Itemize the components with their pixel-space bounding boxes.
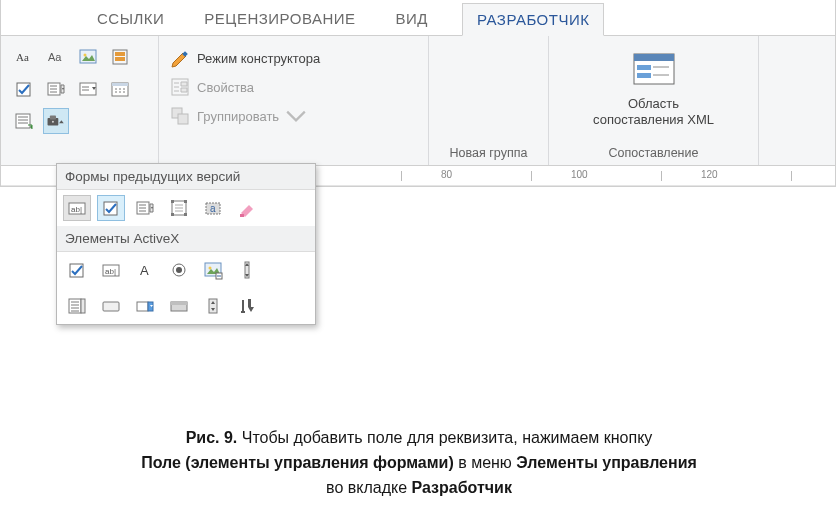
caption-bold3: Разработчик — [412, 479, 512, 496]
svg-point-16 — [52, 121, 54, 123]
svg-rect-31 — [184, 200, 187, 203]
ribbon-tabs: ССЫЛКИ РЕЦЕНЗИРОВАНИЕ ВИД РАЗРАБОТЧИК — [1, 0, 835, 36]
svg-rect-49 — [137, 302, 148, 311]
activex-header: Элементы ActiveX — [57, 226, 315, 252]
group-controls-label — [9, 145, 150, 163]
properties-label: Свойства — [197, 80, 254, 95]
caption-prefix: Рис. 9. — [186, 429, 238, 446]
svg-rect-47 — [81, 299, 85, 313]
group-mapping: Область сопоставления XML Сопоставление — [549, 36, 759, 165]
text-form-field-button[interactable]: ab| — [63, 195, 91, 221]
activex-checkbox-button[interactable] — [63, 257, 91, 283]
xml-mapping-label-2: сопоставления XML — [593, 112, 714, 128]
svg-point-3 — [84, 54, 87, 57]
xml-mapping-pane-button[interactable]: Область сопоставления XML — [557, 42, 750, 129]
ruler-num-100: 100 — [571, 169, 588, 180]
svg-rect-48 — [103, 302, 119, 311]
caption-bold2: Элементы управления — [516, 454, 697, 471]
legacy-tools-dropdown: Формы предыдущих версий ab| a Элементы A… — [56, 163, 316, 325]
svg-rect-24 — [637, 73, 651, 78]
svg-rect-52 — [171, 302, 187, 305]
svg-rect-33 — [184, 213, 187, 216]
activex-toggle-button[interactable] — [165, 293, 193, 319]
svg-point-41 — [176, 267, 182, 273]
activex-option-button[interactable] — [165, 257, 193, 283]
legacy-tools-button[interactable] — [43, 108, 69, 134]
caption-line1: Чтобы добавить поле для реквизита, нажим… — [237, 429, 652, 446]
chevron-down-icon — [285, 105, 307, 127]
group-new: Новая группа — [429, 36, 549, 165]
tab-developer[interactable]: РАЗРАБОТЧИК — [462, 3, 604, 36]
activex-textbox-button[interactable]: ab| — [97, 257, 125, 283]
svg-rect-23 — [637, 65, 651, 70]
svg-rect-6 — [120, 52, 125, 56]
group-button: Группировать — [169, 103, 418, 129]
xml-mapping-icon — [631, 48, 677, 90]
svg-rect-30 — [171, 200, 174, 203]
svg-rect-7 — [115, 57, 125, 61]
combo-box-content-control-icon[interactable] — [43, 76, 69, 102]
group-label: Группировать — [197, 109, 279, 124]
plain-text-content-control-icon[interactable]: Aa — [43, 44, 69, 70]
svg-rect-50 — [148, 302, 153, 311]
svg-rect-22 — [634, 54, 674, 61]
svg-text:Aa: Aa — [48, 51, 62, 63]
svg-text:a: a — [210, 203, 216, 214]
reset-form-fields-button[interactable] — [233, 195, 261, 221]
date-picker-content-control-icon[interactable] — [107, 76, 133, 102]
svg-rect-32 — [171, 213, 174, 216]
form-field-shading-button[interactable]: a — [199, 195, 227, 221]
svg-rect-15 — [50, 116, 56, 120]
activex-spin-button[interactable] — [199, 293, 227, 319]
building-block-control-icon[interactable] — [107, 44, 133, 70]
tab-view[interactable]: ВИД — [390, 2, 434, 35]
activex-more-controls-button[interactable] — [233, 293, 261, 319]
ribbon: Aa Aa Режим конструктора — [1, 36, 835, 166]
svg-rect-13 — [16, 114, 30, 128]
caption-line3-pre: во вкладке — [326, 479, 411, 496]
caption-mid: в меню — [454, 454, 517, 471]
figure-caption: Рис. 9. Чтобы добавить поле для реквизит… — [0, 426, 838, 500]
activex-command-button[interactable] — [97, 293, 125, 319]
frame-form-field-button[interactable] — [165, 195, 193, 221]
group-constructor-label — [167, 145, 420, 163]
activex-list-box-button[interactable] — [63, 293, 91, 319]
repeating-section-control-icon[interactable] — [11, 108, 37, 134]
dropdown-list-content-control-icon[interactable] — [75, 76, 101, 102]
svg-rect-5 — [115, 52, 120, 56]
svg-text:A: A — [140, 263, 149, 278]
legacy-forms-header: Формы предыдущих версий — [57, 164, 315, 190]
svg-rect-54 — [248, 299, 251, 307]
design-mode-button[interactable]: Режим конструктора — [169, 45, 418, 71]
app-window: ССЫЛКИ РЕЦЕНЗИРОВАНИЕ ВИД РАЗРАБОТЧИК Aa… — [0, 0, 836, 187]
checkbox-content-control-icon[interactable] — [11, 76, 37, 102]
svg-rect-12 — [112, 83, 128, 86]
design-mode-label: Режим конструктора — [197, 51, 320, 66]
ruler-num-80: 80 — [441, 169, 452, 180]
tab-review[interactable]: РЕЦЕНЗИРОВАНИЕ — [198, 2, 361, 35]
svg-rect-20 — [178, 114, 188, 124]
activex-image-button[interactable] — [199, 257, 227, 283]
activex-label-button[interactable]: A — [131, 257, 159, 283]
rich-text-content-control-icon[interactable]: Aa — [11, 44, 37, 70]
activex-combo-box-button[interactable] — [131, 293, 159, 319]
activex-scrollbar-button[interactable] — [233, 257, 261, 283]
group-mapping-label: Сопоставление — [557, 145, 750, 163]
svg-rect-2 — [80, 50, 96, 63]
group-new-label: Новая группа — [437, 145, 540, 163]
svg-text:Aa: Aa — [16, 51, 29, 63]
group-constructor: Режим конструктора Свойства Группировать — [159, 36, 429, 165]
checkbox-form-field-button[interactable] — [97, 195, 125, 221]
caption-bold1: Поле (элементы управления формами) — [141, 454, 454, 471]
picture-content-control-icon[interactable] — [75, 44, 101, 70]
svg-text:ab|: ab| — [105, 267, 116, 276]
svg-point-43 — [209, 267, 212, 270]
group-controls: Aa Aa — [1, 36, 159, 165]
tab-links[interactable]: ССЫЛКИ — [91, 2, 170, 35]
properties-button: Свойства — [169, 74, 418, 100]
xml-mapping-label-1: Область — [593, 96, 714, 112]
ruler-num-120: 120 — [701, 169, 718, 180]
svg-text:ab|: ab| — [71, 205, 82, 214]
dropdown-form-field-button[interactable] — [131, 195, 159, 221]
